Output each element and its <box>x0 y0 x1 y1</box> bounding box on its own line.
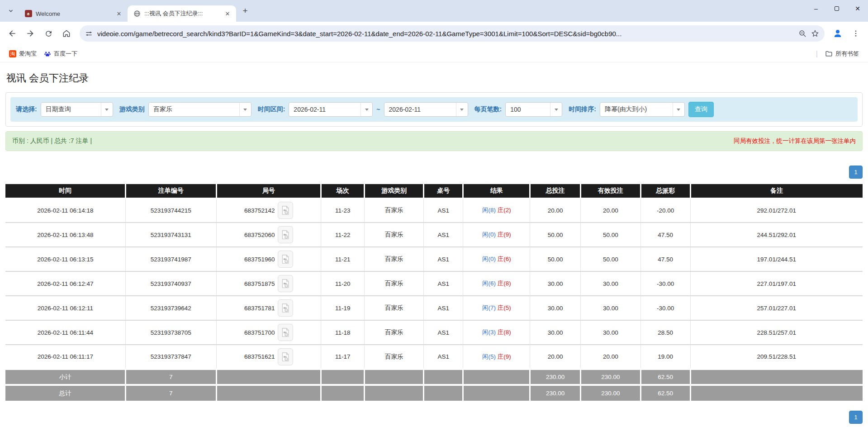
cell-bet-id: 523193737847 <box>125 345 216 369</box>
subtotal-payout: 62.50 <box>640 369 690 385</box>
per-page-label: 每页笔数: <box>474 105 502 114</box>
cell-game-kind: 百家乐 <box>365 223 424 247</box>
cell-table-no: AS1 <box>424 345 463 369</box>
cell-round-id: 683751960 <box>216 247 321 271</box>
tab-betrecord[interactable]: :::视讯 会员下注纪录::: ✕ <box>128 5 236 22</box>
all-bookmarks-label: 所有书签 <box>835 50 859 58</box>
tab-strip: ♠ Welcome ✕ :::视讯 会员下注纪录::: ✕ + – ✕ <box>0 0 868 22</box>
back-button[interactable] <box>5 26 20 41</box>
bet-table-body: 2026-02-11 06:14:18523193744215683752142… <box>5 198 863 369</box>
col-total-bet: 总投注 <box>530 184 581 198</box>
kebab-menu-icon <box>852 29 860 38</box>
cell-game-kind: 百家乐 <box>365 296 424 320</box>
currency-summary: 币别 : 人民币 | 总共 :7 注单 | <box>12 137 92 145</box>
chevron-down-icon <box>101 103 113 116</box>
profile-button[interactable] <box>830 26 845 41</box>
video-replay-button[interactable] <box>278 202 293 219</box>
close-icon[interactable]: ✕ <box>223 9 232 18</box>
result-banker: 庄(2) <box>498 207 511 213</box>
cell-time: 2026-02-11 06:13:48 <box>5 223 125 247</box>
cell-time: 2026-02-11 06:14:18 <box>5 198 125 223</box>
chevron-down-icon <box>456 103 468 116</box>
address-bar[interactable]: videoie.com/game/betrecord_search/kind3?… <box>80 25 825 42</box>
video-replay-icon <box>281 303 290 313</box>
page-1-button[interactable]: 1 <box>849 411 863 424</box>
minimize-button[interactable]: – <box>806 0 826 17</box>
subtotal-count: 7 <box>125 369 216 385</box>
query-type-select[interactable]: 日期查询 <box>41 102 113 117</box>
cell-result: 闲(0) 庄(6) <box>463 247 530 271</box>
empty-cell <box>321 385 365 401</box>
filter-panel: 请选择: 日期查询 游戏类别 百家乐 时间区间: 2026-02-11 ~ 20… <box>5 92 863 127</box>
subtotal-total-bet: 230.00 <box>530 369 581 385</box>
total-total-bet: 230.00 <box>530 385 581 401</box>
all-bookmarks-button[interactable]: 所有书签 <box>821 48 863 60</box>
cell-round-id: 683752060 <box>216 223 321 247</box>
warning-note: 同局有效投注，统一计算在该局第一张注单内 <box>734 137 856 145</box>
home-button[interactable] <box>59 26 74 41</box>
chevron-down-icon <box>239 103 251 116</box>
card-logo-icon: ♠ <box>24 10 32 18</box>
video-replay-button[interactable] <box>278 275 293 292</box>
browser-menu-button[interactable] <box>848 26 863 41</box>
new-tab-button[interactable]: + <box>239 5 251 17</box>
baidu-paw-icon <box>44 50 51 57</box>
empty-cell <box>463 385 530 401</box>
tab-welcome[interactable]: ♠ Welcome ✕ <box>19 5 128 22</box>
video-replay-button[interactable] <box>278 226 293 243</box>
zoom-out-icon[interactable] <box>798 29 806 38</box>
star-icon[interactable] <box>811 29 819 38</box>
sort-select[interactable]: 降幂(由大到小) <box>600 102 685 117</box>
video-replay-button[interactable] <box>278 348 293 365</box>
video-replay-button[interactable] <box>278 299 293 317</box>
col-game-kind: 游戏类别 <box>365 184 424 198</box>
cell-payout: 19.00 <box>640 345 690 369</box>
cell-total-bet: 30.00 <box>530 296 581 320</box>
cell-session: 11-23 <box>321 198 365 223</box>
tab-title: Welcome <box>36 10 111 17</box>
date-end-select[interactable]: 2026-02-11 <box>384 102 468 117</box>
table-row: 2026-02-11 06:11:17523193737847683751621… <box>5 345 863 369</box>
tab-search-button[interactable] <box>5 5 17 17</box>
search-button[interactable]: 查询 <box>688 102 714 117</box>
empty-cell <box>321 369 365 385</box>
cell-payout: -30.00 <box>640 271 690 296</box>
bookmark-baidu[interactable]: 百度一下 <box>40 48 81 60</box>
cell-table-no: AS1 <box>424 271 463 296</box>
cell-bet-id: 523193741987 <box>125 247 216 271</box>
round-id-text: 683751781 <box>244 305 275 312</box>
total-valid-bet: 230.00 <box>580 385 640 401</box>
maximize-button[interactable] <box>826 0 847 17</box>
cell-payout: 28.50 <box>640 320 690 345</box>
url-text[interactable]: videoie.com/game/betrecord_search/kind3?… <box>97 30 794 38</box>
col-session: 场次 <box>321 184 365 198</box>
date-range-label: 时间区间: <box>258 105 285 114</box>
video-replay-icon <box>281 352 290 362</box>
result-player: 闲(5) <box>482 353 496 360</box>
home-icon <box>62 29 71 38</box>
video-replay-icon <box>281 279 290 289</box>
empty-cell <box>424 369 463 385</box>
cell-table-no: AS1 <box>424 223 463 247</box>
site-settings-icon[interactable] <box>85 30 93 38</box>
result-player: 闲(0) <box>482 256 496 262</box>
profile-icon <box>832 28 843 39</box>
cell-payout: -30.00 <box>640 296 690 320</box>
empty-cell <box>365 385 424 401</box>
per-page-select[interactable]: 100 <box>505 102 562 117</box>
forward-button[interactable] <box>23 26 38 41</box>
close-icon[interactable]: ✕ <box>115 9 123 18</box>
game-kind-select[interactable]: 百家乐 <box>148 102 251 117</box>
video-replay-button[interactable] <box>278 324 293 341</box>
bookmark-taobao[interactable]: 淘 爱淘宝 <box>5 48 40 60</box>
round-id-text: 683751621 <box>244 353 275 360</box>
reload-button[interactable] <box>41 26 56 41</box>
page-1-button[interactable]: 1 <box>849 166 863 179</box>
sort-value: 降幂(由大到小) <box>600 105 673 114</box>
col-table-no: 桌号 <box>424 184 463 198</box>
video-replay-button[interactable] <box>278 251 293 268</box>
table-row: 2026-02-11 06:13:48523193743131683752060… <box>5 223 863 247</box>
cell-remark: 197.01/244.51 <box>690 247 863 271</box>
close-window-button[interactable]: ✕ <box>847 0 868 17</box>
date-start-select[interactable]: 2026-02-11 <box>289 102 373 117</box>
